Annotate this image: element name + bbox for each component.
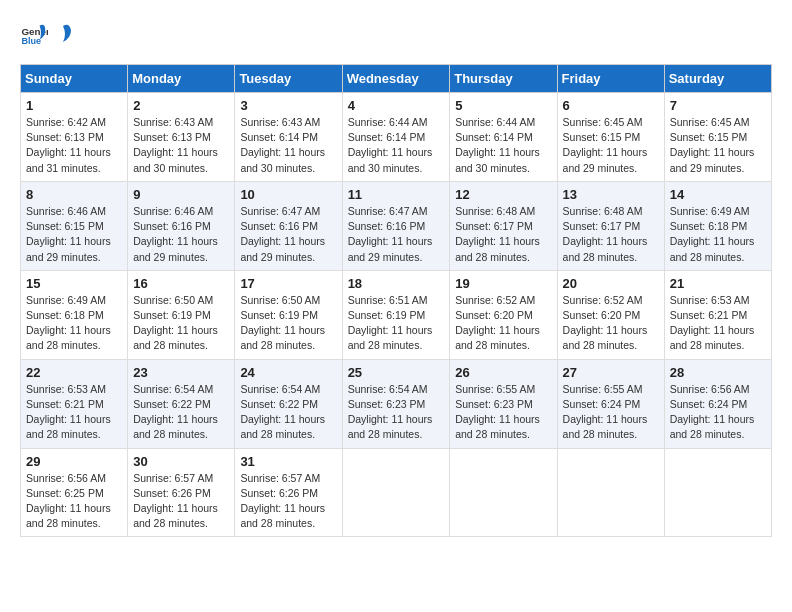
calendar-cell: 12 Sunrise: 6:48 AMSunset: 6:17 PMDaylig… — [450, 181, 557, 270]
day-info: Sunrise: 6:57 AMSunset: 6:26 PMDaylight:… — [240, 471, 336, 532]
day-number: 3 — [240, 98, 336, 113]
calendar-cell: 20 Sunrise: 6:52 AMSunset: 6:20 PMDaylig… — [557, 270, 664, 359]
day-number: 24 — [240, 365, 336, 380]
calendar-cell: 6 Sunrise: 6:45 AMSunset: 6:15 PMDayligh… — [557, 93, 664, 182]
day-number: 22 — [26, 365, 122, 380]
day-info: Sunrise: 6:48 AMSunset: 6:17 PMDaylight:… — [455, 204, 551, 265]
calendar-cell: 30 Sunrise: 6:57 AMSunset: 6:26 PMDaylig… — [128, 448, 235, 537]
col-header-wednesday: Wednesday — [342, 65, 450, 93]
calendar-cell: 7 Sunrise: 6:45 AMSunset: 6:15 PMDayligh… — [664, 93, 771, 182]
page-header: General Blue — [20, 20, 772, 48]
col-header-saturday: Saturday — [664, 65, 771, 93]
day-info: Sunrise: 6:49 AMSunset: 6:18 PMDaylight:… — [26, 293, 122, 354]
day-number: 23 — [133, 365, 229, 380]
day-number: 19 — [455, 276, 551, 291]
calendar-cell: 11 Sunrise: 6:47 AMSunset: 6:16 PMDaylig… — [342, 181, 450, 270]
calendar-cell: 21 Sunrise: 6:53 AMSunset: 6:21 PMDaylig… — [664, 270, 771, 359]
calendar-cell: 1 Sunrise: 6:42 AMSunset: 6:13 PMDayligh… — [21, 93, 128, 182]
day-number: 7 — [670, 98, 766, 113]
calendar-cell: 29 Sunrise: 6:56 AMSunset: 6:25 PMDaylig… — [21, 448, 128, 537]
day-info: Sunrise: 6:52 AMSunset: 6:20 PMDaylight:… — [563, 293, 659, 354]
col-header-sunday: Sunday — [21, 65, 128, 93]
day-info: Sunrise: 6:48 AMSunset: 6:17 PMDaylight:… — [563, 204, 659, 265]
calendar-cell: 15 Sunrise: 6:49 AMSunset: 6:18 PMDaylig… — [21, 270, 128, 359]
calendar-cell: 13 Sunrise: 6:48 AMSunset: 6:17 PMDaylig… — [557, 181, 664, 270]
day-info: Sunrise: 6:53 AMSunset: 6:21 PMDaylight:… — [26, 382, 122, 443]
day-info: Sunrise: 6:44 AMSunset: 6:14 PMDaylight:… — [455, 115, 551, 176]
day-info: Sunrise: 6:43 AMSunset: 6:14 PMDaylight:… — [240, 115, 336, 176]
calendar-cell: 17 Sunrise: 6:50 AMSunset: 6:19 PMDaylig… — [235, 270, 342, 359]
day-info: Sunrise: 6:53 AMSunset: 6:21 PMDaylight:… — [670, 293, 766, 354]
day-info: Sunrise: 6:49 AMSunset: 6:18 PMDaylight:… — [670, 204, 766, 265]
day-number: 4 — [348, 98, 445, 113]
day-info: Sunrise: 6:57 AMSunset: 6:26 PMDaylight:… — [133, 471, 229, 532]
day-info: Sunrise: 6:54 AMSunset: 6:22 PMDaylight:… — [133, 382, 229, 443]
day-number: 2 — [133, 98, 229, 113]
day-number: 13 — [563, 187, 659, 202]
col-header-monday: Monday — [128, 65, 235, 93]
day-info: Sunrise: 6:50 AMSunset: 6:19 PMDaylight:… — [240, 293, 336, 354]
day-number: 26 — [455, 365, 551, 380]
col-header-thursday: Thursday — [450, 65, 557, 93]
calendar-cell: 27 Sunrise: 6:55 AMSunset: 6:24 PMDaylig… — [557, 359, 664, 448]
day-number: 30 — [133, 454, 229, 469]
calendar-cell: 8 Sunrise: 6:46 AMSunset: 6:15 PMDayligh… — [21, 181, 128, 270]
calendar-cell: 4 Sunrise: 6:44 AMSunset: 6:14 PMDayligh… — [342, 93, 450, 182]
day-number: 15 — [26, 276, 122, 291]
day-info: Sunrise: 6:46 AMSunset: 6:15 PMDaylight:… — [26, 204, 122, 265]
day-number: 8 — [26, 187, 122, 202]
calendar-cell: 5 Sunrise: 6:44 AMSunset: 6:14 PMDayligh… — [450, 93, 557, 182]
logo: General Blue — [20, 20, 74, 48]
calendar-cell: 19 Sunrise: 6:52 AMSunset: 6:20 PMDaylig… — [450, 270, 557, 359]
calendar-cell: 25 Sunrise: 6:54 AMSunset: 6:23 PMDaylig… — [342, 359, 450, 448]
calendar-cell: 9 Sunrise: 6:46 AMSunset: 6:16 PMDayligh… — [128, 181, 235, 270]
calendar-cell: 22 Sunrise: 6:53 AMSunset: 6:21 PMDaylig… — [21, 359, 128, 448]
day-number: 28 — [670, 365, 766, 380]
day-number: 25 — [348, 365, 445, 380]
day-number: 14 — [670, 187, 766, 202]
day-number: 5 — [455, 98, 551, 113]
calendar-cell — [450, 448, 557, 537]
day-number: 12 — [455, 187, 551, 202]
day-info: Sunrise: 6:52 AMSunset: 6:20 PMDaylight:… — [455, 293, 551, 354]
day-info: Sunrise: 6:44 AMSunset: 6:14 PMDaylight:… — [348, 115, 445, 176]
day-info: Sunrise: 6:54 AMSunset: 6:23 PMDaylight:… — [348, 382, 445, 443]
day-info: Sunrise: 6:56 AMSunset: 6:25 PMDaylight:… — [26, 471, 122, 532]
day-number: 31 — [240, 454, 336, 469]
day-number: 18 — [348, 276, 445, 291]
day-number: 20 — [563, 276, 659, 291]
calendar-cell: 26 Sunrise: 6:55 AMSunset: 6:23 PMDaylig… — [450, 359, 557, 448]
day-number: 1 — [26, 98, 122, 113]
calendar-cell: 2 Sunrise: 6:43 AMSunset: 6:13 PMDayligh… — [128, 93, 235, 182]
day-number: 6 — [563, 98, 659, 113]
calendar-cell: 24 Sunrise: 6:54 AMSunset: 6:22 PMDaylig… — [235, 359, 342, 448]
calendar-table: SundayMondayTuesdayWednesdayThursdayFrid… — [20, 64, 772, 537]
calendar-cell: 31 Sunrise: 6:57 AMSunset: 6:26 PMDaylig… — [235, 448, 342, 537]
day-number: 9 — [133, 187, 229, 202]
calendar-cell — [664, 448, 771, 537]
day-info: Sunrise: 6:43 AMSunset: 6:13 PMDaylight:… — [133, 115, 229, 176]
calendar-cell: 3 Sunrise: 6:43 AMSunset: 6:14 PMDayligh… — [235, 93, 342, 182]
logo-bird-icon — [53, 22, 73, 46]
day-number: 11 — [348, 187, 445, 202]
calendar-cell — [557, 448, 664, 537]
calendar-cell: 18 Sunrise: 6:51 AMSunset: 6:19 PMDaylig… — [342, 270, 450, 359]
day-info: Sunrise: 6:46 AMSunset: 6:16 PMDaylight:… — [133, 204, 229, 265]
day-info: Sunrise: 6:55 AMSunset: 6:24 PMDaylight:… — [563, 382, 659, 443]
calendar-cell — [342, 448, 450, 537]
calendar-cell: 14 Sunrise: 6:49 AMSunset: 6:18 PMDaylig… — [664, 181, 771, 270]
day-info: Sunrise: 6:54 AMSunset: 6:22 PMDaylight:… — [240, 382, 336, 443]
day-info: Sunrise: 6:47 AMSunset: 6:16 PMDaylight:… — [240, 204, 336, 265]
calendar-cell: 28 Sunrise: 6:56 AMSunset: 6:24 PMDaylig… — [664, 359, 771, 448]
day-info: Sunrise: 6:55 AMSunset: 6:23 PMDaylight:… — [455, 382, 551, 443]
svg-text:Blue: Blue — [21, 36, 41, 46]
day-info: Sunrise: 6:50 AMSunset: 6:19 PMDaylight:… — [133, 293, 229, 354]
day-info: Sunrise: 6:56 AMSunset: 6:24 PMDaylight:… — [670, 382, 766, 443]
day-info: Sunrise: 6:51 AMSunset: 6:19 PMDaylight:… — [348, 293, 445, 354]
logo-icon: General Blue — [20, 20, 48, 48]
day-number: 21 — [670, 276, 766, 291]
day-info: Sunrise: 6:45 AMSunset: 6:15 PMDaylight:… — [670, 115, 766, 176]
day-number: 16 — [133, 276, 229, 291]
day-number: 27 — [563, 365, 659, 380]
day-info: Sunrise: 6:47 AMSunset: 6:16 PMDaylight:… — [348, 204, 445, 265]
